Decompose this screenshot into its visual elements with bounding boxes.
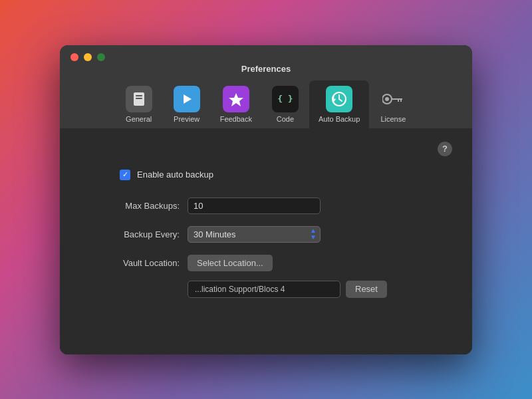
- select-location-button[interactable]: Select Location...: [188, 255, 273, 271]
- backup-every-row: Backup Every: 5 Minutes 10 Minutes 15 Mi…: [80, 226, 452, 243]
- tab-general[interactable]: General: [115, 80, 163, 128]
- license-icon: [380, 86, 406, 112]
- autobackup-icon: [326, 86, 352, 112]
- max-backups-input[interactable]: [188, 198, 321, 214]
- tab-license-label: License: [380, 115, 406, 123]
- tab-preview[interactable]: Preview: [163, 80, 211, 128]
- enable-auto-backup-row: ✓ Enable auto backup: [120, 170, 452, 180]
- backup-every-select[interactable]: 5 Minutes 10 Minutes 15 Minutes 30 Minut…: [188, 226, 321, 243]
- path-row: ...lication Support/Blocs 4 Reset: [188, 281, 452, 298]
- preview-icon: [174, 86, 200, 112]
- help-button[interactable]: ?: [438, 142, 452, 156]
- svg-marker-3: [184, 94, 192, 104]
- tab-autobackup[interactable]: Auto Backup: [309, 80, 369, 128]
- preferences-window: Preferences General: [60, 45, 472, 354]
- backup-every-label: Backup Every:: [80, 229, 180, 239]
- enable-auto-backup-label: Enable auto backup: [137, 170, 213, 180]
- tab-feedback[interactable]: Feedback: [211, 80, 261, 128]
- vault-location-label: Vault Location:: [80, 258, 180, 268]
- svg-point-7: [385, 97, 389, 101]
- feedback-icon: [223, 86, 249, 112]
- traffic-lights: [70, 53, 105, 61]
- tab-feedback-label: Feedback: [220, 115, 252, 123]
- window-title: Preferences: [241, 64, 291, 74]
- toolbar: General Preview Feedback: [108, 80, 424, 128]
- tab-license[interactable]: License: [369, 80, 417, 128]
- enable-auto-backup-checkbox[interactable]: ✓: [120, 170, 130, 180]
- code-icon: { }: [272, 86, 299, 112]
- svg-rect-1: [136, 95, 142, 96]
- tab-code[interactable]: { } Code: [261, 80, 309, 128]
- svg-rect-2: [136, 98, 142, 99]
- titlebar: Preferences General: [60, 45, 472, 128]
- tab-preview-label: Preview: [174, 115, 200, 123]
- content-area: ? ✓ Enable auto backup Max Backups: Back…: [60, 128, 472, 354]
- tab-general-label: General: [126, 115, 152, 123]
- minimize-button[interactable]: [84, 53, 92, 61]
- maximize-button[interactable]: [97, 53, 105, 61]
- tab-code-label: Code: [277, 115, 294, 123]
- tab-autobackup-label: Auto Backup: [319, 115, 360, 123]
- general-icon: [126, 86, 152, 112]
- vault-location-row: Vault Location: Select Location...: [80, 255, 452, 271]
- close-button[interactable]: [70, 53, 78, 61]
- svg-marker-4: [229, 93, 243, 106]
- max-backups-row: Max Backups:: [80, 198, 452, 214]
- max-backups-label: Max Backups:: [80, 201, 180, 211]
- path-display: ...lication Support/Blocs 4: [188, 281, 340, 298]
- reset-button[interactable]: Reset: [346, 281, 387, 298]
- backup-every-select-wrapper: 5 Minutes 10 Minutes 15 Minutes 30 Minut…: [188, 226, 321, 243]
